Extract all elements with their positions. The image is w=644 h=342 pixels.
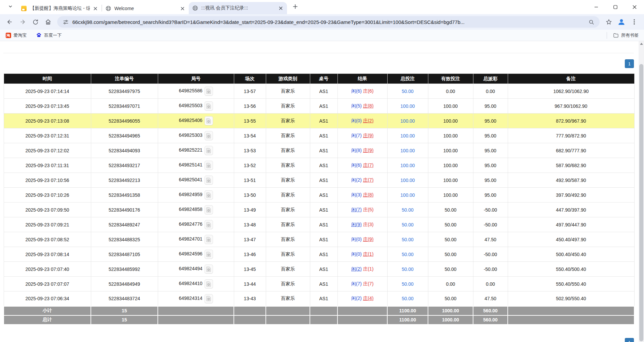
cell-total_bet: 100.00 <box>387 143 428 158</box>
cell-session: 13-52 <box>234 158 266 173</box>
total-bet-link[interactable]: 50.00 <box>402 207 414 213</box>
all-bookmarks[interactable]: 所有书签 <box>607 32 639 39</box>
total-bet-link[interactable]: 50.00 <box>402 252 414 257</box>
close-icon[interactable] <box>278 5 284 11</box>
cell-round_id: 649825141 <box>158 158 234 173</box>
result-banker: 庄(9) <box>363 133 373 138</box>
close-icon[interactable] <box>92 5 98 11</box>
total-bet-link[interactable]: 100.00 <box>400 192 415 198</box>
bookmark-baidu[interactable]: 百度一下 <box>36 32 62 38</box>
video-replay-button[interactable] <box>205 101 213 111</box>
cell-total_bet: 100.00 <box>387 114 428 128</box>
cell-round_id: 649825586 <box>158 84 234 99</box>
cell-table_id: AS1 <box>310 173 337 188</box>
back-button[interactable] <box>4 16 15 28</box>
video-replay-button[interactable] <box>205 161 213 170</box>
tab-welcome[interactable]: Welcome <box>102 3 189 14</box>
bookmark-star-button[interactable] <box>603 16 614 28</box>
tab-search-button[interactable] <box>5 2 15 12</box>
result-banker: 庄(3) <box>363 222 373 227</box>
bookmark-taobao[interactable]: 淘 爱淘宝 <box>5 32 27 38</box>
video-replay-button[interactable] <box>205 279 213 288</box>
pagination-page-1-top[interactable]: 1 <box>625 59 634 68</box>
cell-valid_bet: 50.00 <box>428 232 473 247</box>
summary-cell-round_id <box>158 306 234 315</box>
cell-session: 13-51 <box>234 173 266 188</box>
url-text[interactable]: 66cxkj98.com/game/betrecord_search/kind3… <box>72 19 584 25</box>
cell-round_id: 649825303 <box>158 128 234 143</box>
vertical-scrollbar[interactable] <box>639 41 644 342</box>
video-replay-button[interactable] <box>205 87 213 96</box>
cell-payout: 95.00 <box>473 128 508 143</box>
result-banker: 庄(2) <box>363 118 373 123</box>
video-replay-button[interactable] <box>205 235 213 244</box>
home-button[interactable] <box>42 16 54 28</box>
video-replay-button[interactable] <box>205 250 213 259</box>
tab-forum[interactable]: 【新提醒】海燕策略论坛 - 综合 <box>17 3 102 14</box>
cell-time: 2025-09-23 07:06:34 <box>4 291 91 306</box>
result-player: 闲(2) <box>351 177 362 183</box>
summary-cell-bet_id: 15 <box>91 315 158 324</box>
cell-valid_bet: 50.00 <box>428 247 473 262</box>
maximize-button[interactable] <box>606 0 625 14</box>
tab-strip: 【新提醒】海燕策略论坛 - 综合 Welcome :::视讯 会员下注纪录::: <box>0 0 644 14</box>
cell-round_id: 649825503 <box>158 99 234 114</box>
result-banker: 庄(7) <box>363 281 373 286</box>
total-bet-link[interactable]: 100.00 <box>400 133 415 138</box>
close-window-button[interactable] <box>625 0 644 14</box>
table-header-row: 时间注单编号局号场次游戏类别桌号结果总投注有效投注总派彩备注 <box>4 74 634 84</box>
new-tab-button[interactable] <box>290 2 300 12</box>
table-row: 2025-09-23 07:10:26522834491358649824959… <box>4 188 634 203</box>
bookmark-label: 百度一下 <box>44 32 62 38</box>
close-icon[interactable] <box>179 5 185 11</box>
total-bet-link[interactable]: 100.00 <box>400 103 415 109</box>
total-bet-link[interactable]: 50.00 <box>402 267 414 272</box>
video-replay-button[interactable] <box>205 176 213 185</box>
pagination-page-1-bottom[interactable]: 1 <box>625 338 634 342</box>
video-replay-button[interactable] <box>205 131 213 140</box>
total-bet-link[interactable]: 50.00 <box>402 89 414 94</box>
total-bet-link[interactable]: 100.00 <box>400 118 415 124</box>
summary-cell-total_bet: 1100.00 <box>387 315 428 324</box>
cell-remark: 777.90/872.90 <box>508 128 634 143</box>
address-bar[interactable]: 66cxkj98.com/game/betrecord_search/kind3… <box>57 16 600 28</box>
total-bet-link[interactable]: 100.00 <box>400 178 415 183</box>
cell-payout: 95.00 <box>473 114 508 128</box>
profile-avatar[interactable] <box>616 17 627 27</box>
video-replay-button[interactable] <box>205 205 213 214</box>
video-replay-button[interactable] <box>205 116 213 125</box>
site-info-icon[interactable] <box>62 18 70 26</box>
total-bet-link[interactable]: 50.00 <box>402 222 414 227</box>
minimize-button[interactable] <box>586 0 606 14</box>
video-replay-button[interactable] <box>205 146 213 155</box>
scroll-up-icon[interactable] <box>639 41 644 46</box>
cell-payout: 95.00 <box>473 143 508 158</box>
menu-kebab-icon[interactable] <box>629 16 640 28</box>
total-bet-link[interactable]: 100.00 <box>400 148 415 153</box>
video-replay-button[interactable] <box>205 190 213 199</box>
total-bet-link[interactable]: 50.00 <box>402 296 414 301</box>
cell-payout: 95.00 <box>473 99 508 114</box>
video-replay-button[interactable] <box>205 220 213 229</box>
tab-bet-records[interactable]: :::视讯 会员下注纪录::: <box>189 2 287 14</box>
video-replay-button[interactable] <box>205 294 213 303</box>
scrollbar-thumb[interactable] <box>639 64 643 341</box>
total-bet-link[interactable]: 100.00 <box>400 163 415 168</box>
video-replay-button[interactable] <box>205 265 213 274</box>
round-number: 649825041 <box>179 177 202 182</box>
cell-time: 2025-09-23 07:09:50 <box>4 203 91 217</box>
cell-result: 闲(7) 庄(7) <box>337 277 387 291</box>
total-bet-link[interactable]: 50.00 <box>402 237 414 242</box>
zoom-icon[interactable] <box>587 18 595 26</box>
forward-button[interactable] <box>17 16 28 28</box>
column-header-round_id: 局号 <box>158 74 234 84</box>
total-bet-link[interactable]: 50.00 <box>402 281 414 287</box>
bet-records-table: 时间注单编号局号场次游戏类别桌号结果总投注有效投注总派彩备注 2025-09-2… <box>3 73 635 325</box>
bookmark-label: 爱淘宝 <box>13 32 27 38</box>
reload-button[interactable] <box>30 16 41 28</box>
browser-toolbar: 66cxkj98.com/game/betrecord_search/kind3… <box>0 14 644 30</box>
cell-game_type: 百家乐 <box>266 262 310 277</box>
result-player: 闲(3) <box>351 192 362 197</box>
cell-round_id: 649824776 <box>158 217 234 232</box>
cell-session: 13-53 <box>234 143 266 158</box>
